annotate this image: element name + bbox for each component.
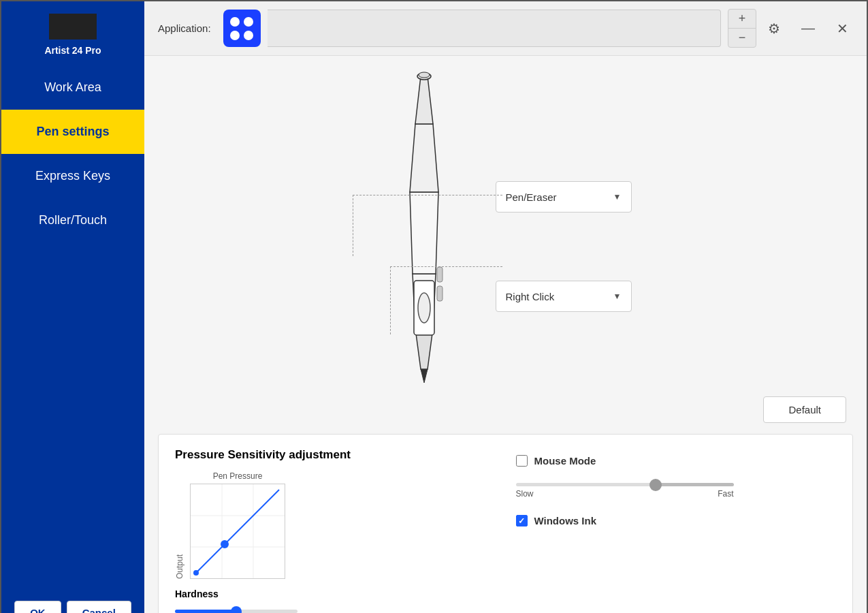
application-label: Application: (158, 22, 211, 34)
svg-point-32 (221, 540, 229, 548)
chevron-down-icon: ▼ (613, 192, 622, 202)
settings-icon[interactable]: ⚙ (763, 18, 785, 40)
svg-line-31 (196, 490, 279, 573)
pressure-right: Mouse Mode Slow Fast ✓ (516, 448, 837, 613)
pressure-graph-area: Output Pen Pressure (175, 471, 496, 579)
device-name: Artist 24 Pro (44, 45, 101, 56)
mouse-mode-label: Mouse Mode (534, 455, 596, 467)
output-label: Output (175, 471, 184, 579)
pressure-section: Pressure Sensitivity adjustment Output P… (158, 434, 853, 613)
hardness-slider[interactable] (175, 610, 298, 613)
pen-svg (380, 69, 468, 383)
pen-dropdowns: Pen/Eraser ▼ Right Click ▼ (496, 181, 632, 312)
dot-2 (244, 17, 253, 27)
close-button[interactable]: ✕ (831, 18, 853, 40)
pressure-left: Pressure Sensitivity adjustment Output P… (175, 448, 496, 613)
dot-4 (244, 31, 253, 40)
device-logo: Artist 24 Pro (1, 1, 144, 65)
app-bar-fill (268, 10, 721, 47)
pen-controls-area: Pen/Eraser ▼ Right Click ▼ (496, 140, 632, 312)
sidebar-action-buttons: OK Cancel (8, 601, 138, 613)
sidebar-item-work-area[interactable]: Work Area (1, 65, 144, 110)
svg-point-22 (418, 293, 430, 323)
svg-point-26 (419, 72, 430, 78)
pressure-title: Pressure Sensitivity adjustment (175, 448, 496, 462)
pressure-curve-svg (191, 484, 285, 578)
speed-labels: Slow Fast (516, 489, 734, 499)
fast-label: Fast (718, 489, 733, 499)
hardness-section: Hardness Soft Hard (175, 588, 496, 613)
main-content: Application: + − ⚙ — (144, 1, 867, 613)
svg-rect-23 (437, 267, 443, 282)
pen-eraser-dropdown[interactable]: Pen/Eraser ▼ (496, 181, 632, 213)
windows-ink-row: ✓ Windows Ink (516, 515, 837, 526)
remove-app-button[interactable]: − (728, 29, 756, 47)
default-button[interactable]: Default (763, 396, 846, 423)
slow-label: Slow (516, 489, 534, 499)
mouse-speed-area: Slow Fast (516, 483, 837, 499)
pen-panel: Pen/Eraser ▼ Right Click ▼ Default (144, 56, 867, 613)
pressure-graph[interactable] (190, 484, 285, 579)
right-click-dropdown[interactable]: Right Click ▼ (496, 281, 632, 312)
topbar-right: ⚙ — ✕ (763, 18, 853, 40)
windows-ink-label: Windows Ink (534, 515, 597, 526)
svg-point-33 (193, 570, 199, 576)
mouse-speed-slider[interactable] (516, 483, 734, 486)
pen-pressure-label: Pen Pressure (190, 471, 285, 481)
svg-rect-24 (437, 286, 443, 301)
topbar: Application: + − ⚙ — (144, 1, 867, 56)
windows-ink-checkbox[interactable]: ✓ (516, 515, 528, 526)
hardness-label: Hardness (175, 588, 496, 599)
sidebar-bottom: OK Cancel (1, 588, 144, 613)
dot-3 (230, 31, 240, 40)
ok-button[interactable]: OK (14, 601, 61, 613)
cancel-button[interactable]: Cancel (67, 601, 131, 613)
mouse-mode-row: Mouse Mode (516, 455, 837, 467)
mouse-mode-checkbox[interactable] (516, 455, 528, 467)
sidebar-item-express-keys[interactable]: Express Keys (1, 154, 144, 198)
device-logo-image (49, 14, 97, 40)
sidebar-item-pen-settings[interactable]: Pen settings (1, 110, 144, 154)
pressure-graph-container: Pen Pressure (190, 471, 285, 579)
svg-marker-20 (421, 369, 428, 383)
chevron-down-icon-2: ▼ (613, 292, 622, 301)
sidebar: Artist 24 Pro Work Area Pen settings Exp… (1, 1, 144, 613)
pen-area: Pen/Eraser ▼ Right Click ▼ (144, 56, 867, 396)
default-button-row: Default (144, 396, 867, 434)
sidebar-nav: Work Area Pen settings Express Keys Roll… (1, 65, 144, 588)
dot-1 (230, 17, 240, 27)
minimize-button[interactable]: — (797, 18, 819, 40)
pen-illustration (380, 69, 468, 383)
add-app-button[interactable]: + (728, 10, 756, 28)
add-remove-app-box: + − (728, 9, 756, 48)
app-icon-dots (225, 12, 259, 46)
main-window: Artist 24 Pro Work Area Pen settings Exp… (0, 0, 868, 613)
sidebar-item-roller-touch[interactable]: Roller/Touch (1, 198, 144, 242)
check-icon: ✓ (518, 516, 525, 526)
app-icon[interactable] (223, 10, 261, 47)
